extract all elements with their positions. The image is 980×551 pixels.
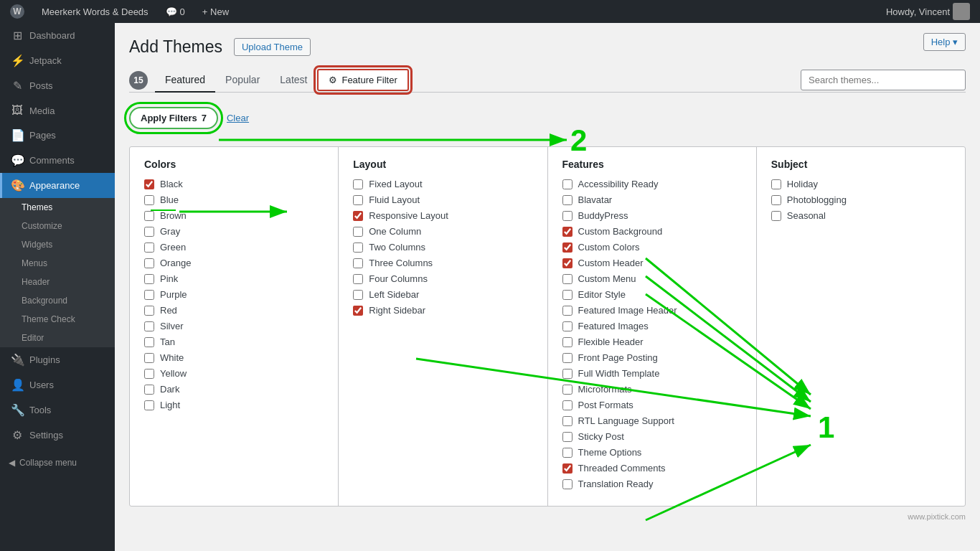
feature-checkbox-custom-menu[interactable] bbox=[562, 274, 573, 284]
feature-checkbox-full-width-template[interactable] bbox=[562, 369, 573, 379]
feature-label-threaded-comments[interactable]: Threaded Comments bbox=[578, 463, 666, 474]
layout-label-three-columns[interactable]: Three Columns bbox=[369, 258, 433, 268]
color-checkbox-green[interactable] bbox=[144, 242, 154, 253]
tab-popular[interactable]: Popular bbox=[215, 68, 270, 93]
color-checkbox-silver[interactable] bbox=[144, 321, 154, 331]
feature-label-custom-background[interactable]: Custom Background bbox=[578, 226, 663, 237]
feature-checkbox-featured-image-header[interactable] bbox=[562, 306, 573, 316]
color-checkbox-brown[interactable] bbox=[144, 211, 154, 221]
color-label-red[interactable]: Red bbox=[160, 305, 177, 316]
subject-label-photoblogging[interactable]: Photoblogging bbox=[787, 194, 847, 205]
search-themes-input[interactable] bbox=[801, 70, 966, 90]
sidebar-item-users[interactable]: 👤 Users bbox=[0, 372, 115, 397]
color-checkbox-red[interactable] bbox=[144, 306, 154, 316]
layout-label-right-sidebar[interactable]: Right Sidebar bbox=[369, 305, 425, 316]
help-button[interactable]: Help ▾ bbox=[923, 33, 966, 51]
sidebar-item-comments[interactable]: 💬 Comments bbox=[0, 148, 115, 173]
color-label-tan[interactable]: Tan bbox=[160, 336, 175, 347]
clear-filters-link[interactable]: Clear bbox=[227, 113, 249, 123]
feature-label-accessibility[interactable]: Accessibility Ready bbox=[578, 179, 659, 189]
layout-checkbox-fixed[interactable] bbox=[353, 179, 363, 189]
new-content-link[interactable]: + New bbox=[198, 0, 233, 23]
color-checkbox-purple[interactable] bbox=[144, 290, 154, 300]
color-label-light[interactable]: Light bbox=[160, 400, 180, 410]
color-checkbox-pink[interactable] bbox=[144, 274, 154, 284]
color-checkbox-gray[interactable] bbox=[144, 227, 154, 237]
feature-checkbox-theme-options[interactable] bbox=[562, 448, 573, 458]
upload-theme-link[interactable]: Upload Theme bbox=[234, 38, 311, 56]
color-label-blue[interactable]: Blue bbox=[160, 194, 179, 205]
feature-label-full-width-template[interactable]: Full Width Template bbox=[578, 368, 660, 379]
feature-checkbox-featured-images[interactable] bbox=[562, 321, 573, 331]
sidebar-subitem-themes[interactable]: Themes bbox=[0, 198, 115, 217]
layout-label-fluid[interactable]: Fluid Layout bbox=[369, 194, 420, 205]
color-label-white[interactable]: White bbox=[160, 352, 184, 363]
color-label-silver[interactable]: Silver bbox=[160, 321, 184, 331]
feature-checkbox-editor-style[interactable] bbox=[562, 290, 573, 300]
feature-checkbox-buddypress[interactable] bbox=[562, 211, 573, 221]
color-label-brown[interactable]: Brown bbox=[160, 210, 187, 221]
feature-checkbox-translation-ready[interactable] bbox=[562, 479, 573, 489]
layout-checkbox-three-columns[interactable] bbox=[353, 258, 363, 268]
sidebar-item-dashboard[interactable]: ⊞ Dashboard bbox=[0, 23, 115, 48]
feature-checkbox-blavatar[interactable] bbox=[562, 195, 573, 205]
color-checkbox-light[interactable] bbox=[144, 400, 154, 410]
sidebar-item-jetpack[interactable]: ⚡ Jetpack bbox=[0, 48, 115, 73]
feature-label-sticky-post[interactable]: Sticky Post bbox=[578, 431, 624, 442]
feature-checkbox-rtl-language-support[interactable] bbox=[562, 416, 573, 426]
sidebar-item-appearance[interactable]: 🎨 Appearance bbox=[0, 173, 115, 198]
color-checkbox-yellow[interactable] bbox=[144, 369, 154, 379]
color-label-yellow[interactable]: Yellow bbox=[160, 368, 187, 379]
layout-label-two-columns[interactable]: Two Columns bbox=[369, 242, 425, 253]
sidebar-item-media[interactable]: 🖼 Media bbox=[0, 98, 115, 123]
feature-checkbox-microformats[interactable] bbox=[562, 385, 573, 395]
feature-label-editor-style[interactable]: Editor Style bbox=[578, 289, 626, 300]
feature-checkbox-custom-header[interactable] bbox=[562, 258, 573, 268]
sidebar-item-pages[interactable]: 📄 Pages bbox=[0, 123, 115, 148]
color-label-green[interactable]: Green bbox=[160, 242, 186, 253]
color-label-dark[interactable]: Dark bbox=[160, 384, 179, 395]
sidebar-item-tools[interactable]: 🔧 Tools bbox=[0, 397, 115, 423]
sidebar-subitem-menus[interactable]: Menus bbox=[0, 254, 115, 273]
feature-checkbox-sticky-post[interactable] bbox=[562, 432, 573, 442]
layout-label-four-columns[interactable]: Four Columns bbox=[369, 273, 428, 284]
color-checkbox-black[interactable] bbox=[144, 179, 154, 189]
collapse-menu[interactable]: ◀ Collapse menu bbox=[0, 451, 115, 475]
feature-label-theme-options[interactable]: Theme Options bbox=[578, 447, 642, 458]
color-checkbox-white[interactable] bbox=[144, 353, 154, 363]
feature-checkbox-front-page-posting[interactable] bbox=[562, 353, 573, 363]
sidebar-subitem-widgets[interactable]: Widgets bbox=[0, 235, 115, 254]
sidebar-item-plugins[interactable]: 🔌 Plugins bbox=[0, 347, 115, 372]
sidebar-subitem-customize[interactable]: Customize bbox=[0, 217, 115, 235]
color-label-pink[interactable]: Pink bbox=[160, 273, 178, 284]
layout-checkbox-fluid[interactable] bbox=[353, 195, 363, 205]
sidebar-item-posts[interactable]: ✎ Posts bbox=[0, 73, 115, 98]
howdy-user[interactable]: Howdy, Vincent bbox=[882, 0, 974, 23]
feature-checkbox-custom-colors[interactable] bbox=[562, 242, 573, 253]
sidebar-item-settings[interactable]: ⚙ Settings bbox=[0, 423, 115, 448]
tab-latest[interactable]: Latest bbox=[270, 68, 317, 93]
feature-checkbox-accessibility[interactable] bbox=[562, 179, 573, 189]
sidebar-subitem-background[interactable]: Background bbox=[0, 291, 115, 310]
feature-label-microformats[interactable]: Microformats bbox=[578, 384, 632, 395]
feature-label-front-page-posting[interactable]: Front Page Posting bbox=[578, 352, 658, 363]
subject-checkbox-holiday[interactable] bbox=[771, 179, 781, 189]
layout-label-responsive[interactable]: Responsive Layout bbox=[369, 210, 448, 221]
layout-label-fixed[interactable]: Fixed Layout bbox=[369, 179, 422, 189]
feature-label-custom-colors[interactable]: Custom Colors bbox=[578, 242, 640, 253]
feature-label-featured-image-header[interactable]: Featured Image Header bbox=[578, 305, 677, 316]
layout-label-left-sidebar[interactable]: Left Sidebar bbox=[369, 289, 419, 300]
color-label-purple[interactable]: Purple bbox=[160, 289, 187, 300]
feature-label-featured-images[interactable]: Featured Images bbox=[578, 321, 649, 331]
sidebar-subitem-header[interactable]: Header bbox=[0, 273, 115, 291]
feature-label-translation-ready[interactable]: Translation Ready bbox=[578, 479, 654, 489]
feature-checkbox-post-formats[interactable] bbox=[562, 400, 573, 410]
feature-label-rtl-language-support[interactable]: RTL Language Support bbox=[578, 415, 674, 426]
layout-checkbox-four-columns[interactable] bbox=[353, 274, 363, 284]
feature-label-buddypress[interactable]: BuddyPress bbox=[578, 210, 628, 221]
feature-checkbox-flexible-header[interactable] bbox=[562, 337, 573, 347]
subject-label-holiday[interactable]: Holiday bbox=[787, 179, 818, 189]
feature-checkbox-threaded-comments[interactable] bbox=[562, 463, 573, 474]
feature-filter-button[interactable]: ⚙ Feature Filter bbox=[317, 69, 408, 91]
layout-checkbox-responsive[interactable] bbox=[353, 211, 363, 221]
